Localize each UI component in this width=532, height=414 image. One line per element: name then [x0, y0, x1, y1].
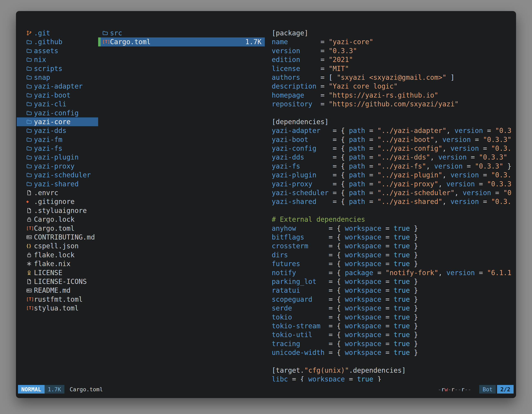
yazi-file-manager-window: .git.githubassetsnixscriptssnapyazi-adap… — [16, 11, 516, 398]
lock-icon — [26, 252, 34, 258]
json-icon: {} — [26, 241, 34, 250]
folder-icon — [26, 137, 34, 143]
file-name: assets — [34, 47, 58, 55]
file-row[interactable]: README.md — [17, 286, 98, 295]
current-pane[interactable]: src[T]Cargo.toml1.7K — [98, 29, 265, 382]
cursor-marker — [98, 38, 101, 46]
file-name: snap — [34, 73, 50, 82]
file-name: CONTRIBUTING.md — [34, 233, 95, 241]
preview-line: homepage = "https://yazi-rs.github.io" — [272, 91, 513, 100]
preview-line — [272, 357, 513, 366]
status-right-section: -rw-r--r-- Bot 2/2 — [438, 385, 513, 394]
file-permissions: -rw-r--r-- — [438, 386, 471, 393]
parent-pane[interactable]: .git.githubassetsnixscriptssnapyazi-adap… — [17, 29, 98, 382]
preview-line: bitflags = { workspace = true } — [272, 233, 513, 241]
file-row[interactable]: {}cspell.json — [17, 241, 98, 250]
file-row[interactable]: .github — [17, 38, 98, 46]
panes-container: .git.githubassetsnixscriptssnapyazi-adap… — [17, 29, 513, 382]
cursor-marker — [98, 29, 101, 38]
preview-line: ratatui = { workspace = true } — [272, 286, 513, 295]
preview-line: description = "Yazi core logic" — [272, 82, 513, 91]
file-row[interactable]: yazi-fm — [17, 135, 98, 144]
file-name: yazi-proxy — [34, 162, 75, 171]
nix-icon — [26, 261, 34, 267]
status-bar: NORMAL 1.7K Cargo.toml -rw-r--r-- Bot 2/… — [18, 385, 513, 394]
file-row[interactable]: yazi-core — [17, 117, 98, 126]
file-row[interactable]: yazi-fs — [17, 144, 98, 153]
file-row[interactable]: flake.lock — [17, 250, 98, 259]
preview-line: scopeguard = { workspace = true } — [272, 295, 513, 304]
file-row[interactable]: yazi-adapter — [17, 82, 98, 91]
file-name: yazi-dds — [34, 126, 66, 135]
preview-line: yazi-config = { path = "../yazi-config",… — [272, 144, 513, 153]
file-row[interactable]: yazi-dds — [17, 126, 98, 135]
folder-icon — [26, 181, 34, 187]
preview-line: name = "yazi-core" — [272, 38, 513, 46]
file-row[interactable]: flake.nix — [17, 259, 98, 268]
file-row[interactable]: scripts — [17, 64, 98, 73]
file-row[interactable]: nix — [17, 55, 98, 64]
file-row[interactable]: Cargo.lock — [17, 215, 98, 224]
file-row[interactable]: CONTRIBUTING.md — [17, 233, 98, 241]
file-name: yazi-core — [34, 117, 71, 126]
file-name: yazi-shared — [34, 180, 79, 188]
folder-icon — [26, 163, 34, 169]
file-row[interactable]: .styluaignore — [17, 206, 98, 215]
preview-line: yazi-boot = { path = "../yazi-boot", ver… — [272, 135, 513, 144]
preview-line: [package] — [272, 29, 513, 38]
scroll-position-badge: Bot — [479, 385, 496, 394]
mode-indicator: NORMAL — [18, 385, 45, 394]
file-row[interactable]: [T]rustfmt.toml — [17, 295, 98, 304]
preview-line: authors = [ "sxyazi <sxyazi@gmail.com>" … — [272, 73, 513, 82]
preview-line: tokio = { workspace = true } — [272, 313, 513, 322]
file-row[interactable]: LICENSE — [17, 268, 98, 277]
preview-pane[interactable]: [package]name = "yazi-core"version = "0.… — [272, 29, 513, 382]
preview-line: # External dependencies — [272, 215, 513, 224]
file-row[interactable]: yazi-boot — [17, 91, 98, 100]
preview-line: [dependencies] — [272, 117, 513, 126]
file-row[interactable]: yazi-config — [17, 109, 98, 117]
file-row[interactable]: [T]Cargo.toml — [17, 224, 98, 233]
preview-line: tokio-stream = { workspace = true } — [272, 322, 513, 330]
folder-icon — [26, 66, 34, 72]
preview-line: yazi-proxy = { path = "../yazi-proxy", v… — [272, 180, 513, 188]
folder-icon — [102, 30, 110, 36]
gitignore-icon: ◆ — [26, 197, 34, 206]
preview-line: serde = { workspace = true } — [272, 304, 513, 313]
preview-line: anyhow = { workspace = true } — [272, 224, 513, 233]
file-row[interactable]: yazi-proxy — [17, 162, 98, 171]
file-row[interactable]: [T]Cargo.toml1.7K — [98, 38, 265, 46]
file-name: cspell.json — [34, 241, 79, 250]
preview-line: yazi-dds = { path = "../yazi-dds", versi… — [272, 153, 513, 162]
preview-line: yazi-shared = { path = "../yazi-shared",… — [272, 197, 513, 206]
preview-line: crossterm = { workspace = true } — [272, 241, 513, 250]
file-name: LICENSE — [34, 268, 62, 277]
toml-icon: [T] — [26, 295, 34, 304]
file-row[interactable]: src — [98, 29, 265, 38]
file-name: rustfmt.toml — [34, 295, 83, 304]
file-icon — [26, 190, 34, 196]
file-row[interactable]: assets — [17, 47, 98, 55]
file-row[interactable]: yazi-scheduler — [17, 171, 98, 179]
file-row[interactable]: [T]stylua.toml — [17, 304, 98, 313]
file-row[interactable]: ◆.gitignore — [17, 197, 98, 206]
preview-line: repository = "https://github.com/sxyazi/… — [272, 100, 513, 108]
file-row[interactable]: yazi-cli — [17, 100, 98, 108]
license-icon — [26, 270, 34, 276]
preview-line: [target."cfg(unix)".dependencies] — [272, 366, 513, 375]
file-name: yazi-plugin — [34, 153, 79, 162]
file-name: scripts — [34, 64, 62, 73]
file-icon — [26, 279, 34, 285]
file-row[interactable]: LICENSE-ICONS — [17, 277, 98, 286]
folder-icon — [26, 83, 34, 89]
file-row[interactable]: .envrc — [17, 188, 98, 197]
file-name: yazi-scheduler — [34, 171, 91, 179]
file-name: README.md — [34, 286, 71, 295]
preview-line: tokio-util = { workspace = true } — [272, 330, 513, 339]
file-row[interactable]: snap — [17, 73, 98, 82]
status-filename: Cargo.toml — [70, 386, 103, 393]
file-row[interactable]: yazi-plugin — [17, 153, 98, 162]
markdown-icon — [26, 288, 34, 294]
file-row[interactable]: yazi-shared — [17, 180, 98, 188]
file-row[interactable]: .git — [17, 29, 98, 38]
